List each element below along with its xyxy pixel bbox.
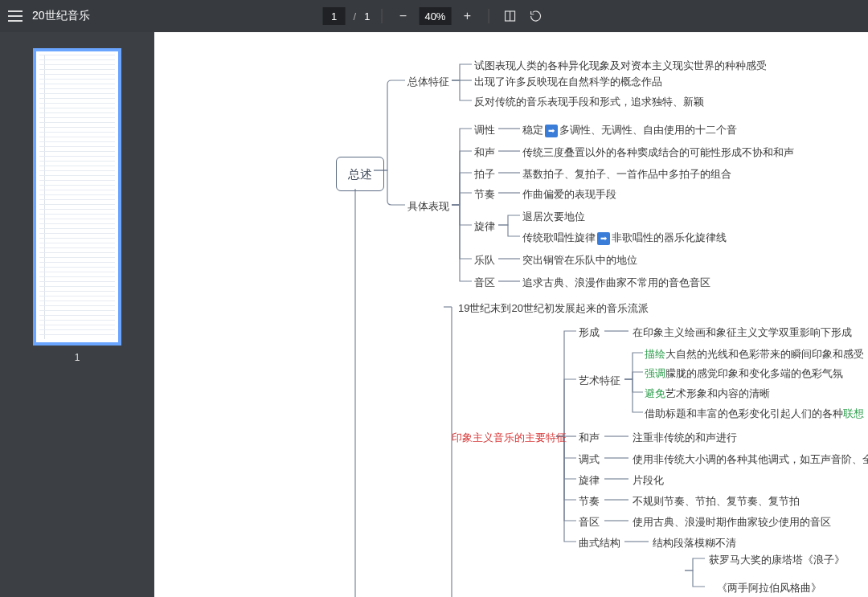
arrow-icon: ➡ xyxy=(597,232,610,245)
rotate-icon[interactable] xyxy=(526,6,545,26)
detail-key: 音区 xyxy=(474,276,495,290)
zoom-input[interactable] xyxy=(419,7,451,25)
root-node: 总述 xyxy=(336,157,384,191)
s2-key: 音区 xyxy=(579,515,600,530)
detail-val: 突出铜管在乐队中的地位 xyxy=(522,253,637,268)
doc-title: 20世纪音乐 xyxy=(32,9,90,23)
detail-key: 调性 xyxy=(474,123,495,137)
s2-key: 艺术特征 xyxy=(579,374,620,388)
general-item: 出现了许多反映现在自然科学的概念作品 xyxy=(474,75,662,89)
s2-val: 使用古典、浪漫时期作曲家较少使用的音区 xyxy=(633,515,831,530)
menu-icon[interactable] xyxy=(8,10,23,22)
s2-key: 和声 xyxy=(579,431,600,445)
s2-key: 形成 xyxy=(579,325,600,340)
work-item: 《两手阿拉伯风格曲》 xyxy=(717,581,821,595)
detail-val: 退居次要地位 xyxy=(522,210,585,224)
s2-val: 在印象主义绘画和象征主义文学双重影响下形成 xyxy=(633,325,852,340)
zoom-in-button[interactable]: + xyxy=(457,6,477,26)
detail-val: 基数拍子、复拍子、一首作品中多拍子的组合 xyxy=(522,167,731,182)
general-item: 反对传统的音乐表现手段和形式，追求独特、新颖 xyxy=(474,95,704,109)
detail-val: 追求古典、浪漫作曲家不常用的音色音区 xyxy=(522,276,710,290)
page-total: 1 xyxy=(364,10,370,22)
s2-val: 使用非传统大小调的各种其他调式，如五声音阶、全音阶 xyxy=(633,452,868,467)
thumb-number: 1 xyxy=(75,352,80,363)
content-area: 总述 总体特征 试图表现人类的各种异化现象及对资本主义现实世界的种种感受 出现了… xyxy=(154,32,868,597)
detail-val: 作曲偏爱的表现手段 xyxy=(522,187,616,202)
s2-val: 注重非传统的和声进行 xyxy=(633,431,737,445)
s2-val: 借助标题和丰富的色彩变化引起人们的各种联想 xyxy=(645,407,864,421)
branch-general: 总体特征 xyxy=(407,75,449,89)
sidebar: 1 xyxy=(0,32,154,597)
s2-val: 片段化 xyxy=(633,473,664,488)
detail-key: 乐队 xyxy=(474,253,495,268)
s2-val: 强调朦胧的感觉印象和变化多端的色彩气氛 xyxy=(645,366,843,381)
zoom-out-button[interactable]: − xyxy=(393,6,412,26)
s2-key: 旋律 xyxy=(579,473,600,488)
s2-key: 调式 xyxy=(579,452,600,467)
section2-intro: 19世纪末到20世纪初发展起来的音乐流派 xyxy=(458,301,649,316)
detail-key: 和声 xyxy=(474,145,495,160)
page-input[interactable] xyxy=(323,7,346,25)
detail-key: 拍子 xyxy=(474,167,495,182)
s2-key: 曲式结构 xyxy=(579,536,620,550)
detail-key: 旋律 xyxy=(474,219,495,234)
fit-page-icon[interactable] xyxy=(500,6,519,26)
general-item: 试图表现人类的各种异化现象及对资本主义现实世界的种种感受 xyxy=(474,59,767,73)
detail-key: 节奏 xyxy=(474,187,495,202)
branch-detail: 具体表现 xyxy=(407,199,449,214)
s2-val: 不规则节奏、节拍、复节奏、复节拍 xyxy=(633,494,800,509)
arrow-icon: ➡ xyxy=(545,125,558,137)
toolbar: 20世纪音乐 / 1 − + xyxy=(0,0,868,32)
detail-val: 传统三度叠置以外的各种窦成结合的可能性形成不协和和声 xyxy=(522,145,794,160)
s2-val: 结构段落模糊不清 xyxy=(653,536,736,550)
s2-val: 描绘大自然的光线和色彩带来的瞬间印象和感受 xyxy=(645,347,864,362)
section2-main: 印象主义音乐的主要特征 xyxy=(452,431,567,445)
detail-val: 稳定➡多调性、无调性、自由使用的十二个音 xyxy=(522,123,737,137)
s2-key: 节奏 xyxy=(579,494,600,509)
work-item: 获罗马大奖的康塔塔《浪子》 xyxy=(709,553,845,567)
detail-val: 传统歌唱性旋律➡非歌唱性的器乐化旋律线 xyxy=(522,231,727,245)
toolbar-center: / 1 − + xyxy=(323,0,546,32)
page-thumbnail[interactable] xyxy=(33,48,121,346)
s2-val: 避免艺术形象和内容的清晰 xyxy=(645,386,770,401)
page-sep: / xyxy=(354,10,357,22)
